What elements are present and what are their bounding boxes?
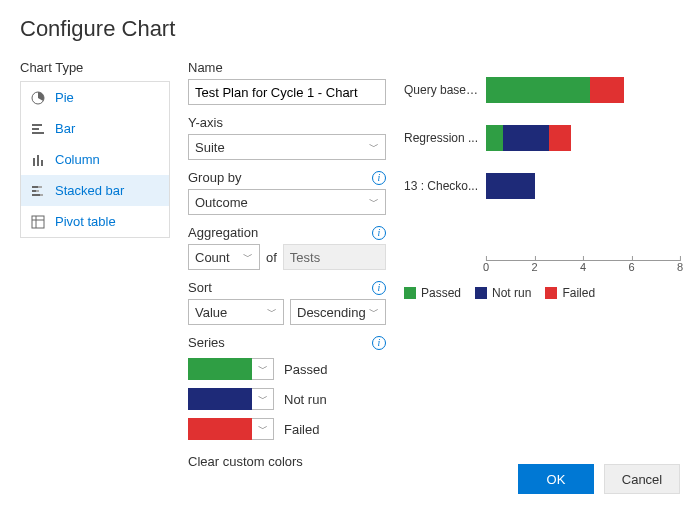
series-row: ﹀ Not run [188,388,386,410]
info-icon[interactable]: i [372,336,386,350]
chevron-down-icon: ﹀ [369,140,379,154]
groupby-select[interactable]: Outcome ﹀ [188,189,386,215]
chart-type-list: Pie Bar Column [20,81,170,238]
chart-type-column[interactable]: Column [21,144,169,175]
groupby-value: Outcome [195,195,248,210]
svg-rect-8 [38,186,42,188]
chevron-down-icon: ﹀ [369,195,379,209]
aggregation-target-value: Tests [290,250,320,265]
cancel-button[interactable]: Cancel [604,464,680,494]
series-color-picker[interactable]: ﹀ [188,358,274,380]
svg-rect-13 [32,216,44,228]
chart-bar-row: Regression ... [404,114,680,162]
axis-tick: 2 [531,261,537,273]
chevron-down-icon: ﹀ [369,305,379,319]
chart-type-label: Pivot table [55,214,159,229]
series-color-picker[interactable]: ﹀ [188,418,274,440]
legend-swatch [475,287,487,299]
svg-rect-10 [36,190,39,192]
series-color-picker[interactable]: ﹀ [188,388,274,410]
info-icon[interactable]: i [372,281,386,295]
dialog-title: Configure Chart [20,16,680,42]
chart-type-label: Stacked bar [55,183,159,198]
svg-rect-3 [32,132,44,134]
chart-segment [486,77,590,103]
chart-type-bar[interactable]: Bar [21,113,169,144]
ok-button[interactable]: OK [518,464,594,494]
clear-custom-colors-link[interactable]: Clear custom colors [188,454,386,469]
chevron-down-icon: ﹀ [243,250,253,264]
chevron-down-icon: ﹀ [252,388,274,410]
series-name: Not run [284,392,327,407]
chart-type-pie[interactable]: Pie [21,82,169,113]
legend-label: Failed [562,286,595,300]
name-label: Name [188,60,223,75]
groupby-label: Group by [188,170,241,185]
configure-chart-dialog: Configure Chart Chart Type Pie Bar [0,0,700,485]
chart-type-label: Pie [55,90,159,105]
legend-item: Passed [404,286,461,300]
aggregation-target: Tests [283,244,386,270]
chart-segment [590,77,624,103]
axis-tick: 4 [580,261,586,273]
legend-item: Not run [475,286,531,300]
chart-bar [486,125,680,151]
chevron-down-icon: ﹀ [267,305,277,319]
chart-segment [486,125,503,151]
color-swatch [188,358,252,380]
chart-category-label: Regression ... [404,131,486,145]
aggregation-label: Aggregation [188,225,258,240]
chart-bar-row: Query based... [404,66,680,114]
yaxis-select[interactable]: Suite ﹀ [188,134,386,160]
series-label: Series [188,335,225,350]
pivot-table-icon [31,215,45,229]
svg-rect-9 [32,190,36,192]
chart-bar [486,77,680,103]
chart-type-stacked-bar[interactable]: Stacked bar [21,175,169,206]
series-name: Passed [284,362,327,377]
column-icon [31,153,45,167]
chart-type-pivot-table[interactable]: Pivot table [21,206,169,237]
series-row: ﹀ Failed [188,418,386,440]
axis-tick: 8 [677,261,683,273]
info-icon[interactable]: i [372,171,386,185]
legend-swatch [545,287,557,299]
pie-icon [31,91,45,105]
chart-segment [503,125,549,151]
yaxis-value: Suite [195,140,225,155]
chart-type-header: Chart Type [20,60,170,75]
svg-rect-12 [40,194,43,196]
chart-form: Name Y-axis Suite ﹀ Group by i Outcome ﹀… [188,60,386,469]
sort-direction-select[interactable]: Descending ﹀ [290,299,386,325]
legend-item: Failed [545,286,595,300]
chart-segment [486,173,535,199]
chart-type-label: Column [55,152,159,167]
bar-icon [31,122,45,136]
chart-bar [486,173,680,199]
chart-category-label: 13 : Checko... [404,179,486,193]
axis-tick: 6 [628,261,634,273]
series-row: ﹀ Passed [188,358,386,380]
color-swatch [188,418,252,440]
info-icon[interactable]: i [372,226,386,240]
aggregation-select[interactable]: Count ﹀ [188,244,260,270]
name-input[interactable] [188,79,386,105]
stacked-bar-icon [31,184,45,198]
legend-label: Passed [421,286,461,300]
chevron-down-icon: ﹀ [252,418,274,440]
chart-category-label: Query based... [404,83,486,97]
svg-rect-5 [37,155,39,166]
sort-label: Sort [188,280,212,295]
color-swatch [188,388,252,410]
sort-by-select[interactable]: Value ﹀ [188,299,284,325]
aggregation-value: Count [195,250,230,265]
svg-rect-7 [32,186,38,188]
dialog-footer: OK Cancel [518,464,680,494]
svg-rect-6 [41,160,43,166]
sort-direction-value: Descending [297,305,366,320]
chart-segment [549,125,571,151]
chart-preview: Query based...Regression ...13 : Checko.… [404,60,680,469]
svg-rect-1 [32,124,42,126]
legend-swatch [404,287,416,299]
chart-bar-row: 13 : Checko... [404,162,680,210]
